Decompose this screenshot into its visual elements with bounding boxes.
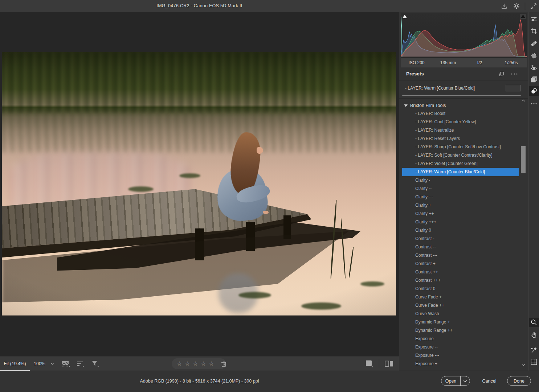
preset-amount-slider[interactable] [402, 95, 521, 96]
panels-icon[interactable] [529, 75, 539, 84]
canvas-toolbar: Fit (19.4%) 100% [0, 356, 399, 371]
filter-icon[interactable] [91, 360, 99, 367]
preset-item[interactable]: Dynamic Range ++ [402, 326, 519, 335]
star-icon[interactable] [185, 361, 191, 367]
cancel-button-label: Cancel [482, 379, 497, 384]
preset-item[interactable]: - LAYER: Soft [Counter Contrast/Clarity] [402, 151, 519, 160]
preview-mode-icon[interactable] [365, 360, 374, 368]
titlebar-icons [500, 0, 538, 12]
save-image-icon[interactable] [500, 2, 508, 10]
presets-more-options-icon[interactable] [511, 73, 518, 75]
zoom-tool-icon[interactable] [529, 318, 539, 327]
open-dropdown-icon[interactable] [461, 380, 470, 383]
preset-item[interactable]: Clarity +++ [402, 218, 519, 226]
preset-item[interactable]: Exposure -- [402, 343, 519, 351]
group-collapse-triangle-icon [404, 104, 408, 107]
canvas-toolbar-icons [61, 356, 99, 371]
preset-item[interactable]: - LAYER: Reset Layers [402, 135, 519, 143]
preset-item[interactable]: Curve Fade + [402, 293, 519, 301]
preset-item[interactable]: - LAYER: Boost [402, 110, 519, 118]
mask-icon[interactable] [529, 51, 539, 61]
preset-item[interactable]: Exposure + [402, 360, 519, 368]
preset-item[interactable]: Exposure --- [402, 351, 519, 360]
titlebar: IMG_0476.CR2 - Canon EOS 5D Mark II [0, 0, 539, 12]
heal-bandaid-icon[interactable] [529, 39, 539, 48]
star-icon[interactable] [193, 361, 199, 367]
scroll-up-icon[interactable] [521, 99, 526, 104]
hand-tool-icon[interactable] [529, 330, 539, 340]
histogram [401, 13, 527, 58]
preset-item[interactable]: Clarity -- [402, 185, 519, 193]
preset-item[interactable]: Contrast --- [402, 251, 519, 260]
rail-more-icon[interactable] [529, 99, 539, 108]
preset-item[interactable]: Clarity + [402, 201, 519, 210]
preset-item[interactable]: Contrast - [402, 235, 519, 243]
preset-item[interactable]: Contrast + [402, 260, 519, 268]
white-balance-eyedropper-icon[interactable] [529, 345, 539, 355]
preset-item[interactable]: Contrast ++ [402, 268, 519, 276]
preset-item[interactable]: Contrast -- [402, 243, 519, 251]
preset-item[interactable]: Clarity ++ [402, 210, 519, 218]
zoom-options-icon[interactable] [61, 360, 70, 367]
preset-item[interactable]: Contrast 0 [402, 285, 519, 293]
histogram-svg [401, 15, 527, 57]
before-after-icon[interactable] [384, 360, 394, 367]
star-icon[interactable] [201, 361, 207, 367]
tool-rail [528, 12, 539, 371]
preset-item[interactable]: - LAYER: Neutralize [402, 126, 519, 135]
preset-list-scrollbar[interactable] [521, 146, 526, 173]
preset-group-label: Brixton Film Tools [410, 103, 446, 108]
preset-item[interactable]: Clarity --- [402, 193, 519, 201]
preset-item[interactable]: Clarity 0 [402, 226, 519, 235]
new-preset-icon[interactable] [499, 71, 505, 77]
fullscreen-toggle-icon[interactable] [530, 2, 538, 10]
red-eye-icon[interactable] [529, 63, 539, 73]
presets-header-icons [499, 71, 518, 77]
preset-item[interactable]: - LAYER: Violet [Counter Green] [402, 160, 519, 168]
preset-group-brixton-film-tools[interactable]: Brixton Film Tools [402, 102, 519, 110]
zoom-fit-button[interactable]: Fit (19.4%) [0, 356, 30, 371]
star-icon[interactable] [209, 361, 215, 367]
star-icon[interactable] [177, 361, 183, 367]
aperture-value: f/2 [464, 60, 495, 65]
preset-item[interactable]: Curve Wash [402, 310, 519, 318]
zoom-level-dropdown-icon[interactable] [50, 362, 54, 366]
preset-item[interactable]: Exposure - [402, 335, 519, 343]
preferences-gear-icon[interactable] [513, 2, 520, 10]
bottom-bar: Adobe RGB (1998) - 8 bit - 5616 x 3744 (… [0, 371, 539, 392]
preset-item[interactable]: Dynamic Range + [402, 318, 519, 326]
preset-item[interactable]: - LAYER: Cool [Counter Yellow] [402, 118, 519, 126]
open-button-label: Open [441, 379, 460, 384]
done-button[interactable]: Done [507, 376, 531, 386]
adjust-sliders-icon[interactable] [529, 14, 539, 24]
photo-vignette [2, 52, 396, 315]
done-button-label: Done [514, 379, 524, 384]
grid-overlay-icon[interactable] [529, 357, 539, 367]
delete-trash-icon[interactable] [221, 361, 226, 367]
highlight-clipping-icon[interactable] [520, 14, 526, 19]
crop-icon[interactable] [529, 26, 539, 36]
preset-item-selected[interactable]: - LAYER: Warm [Counter Blue/Cold] [402, 168, 519, 176]
iso-value: ISO 200 [401, 60, 432, 65]
edit-panel: ISO 200 135 mm f/2 1/250s Presets - LAYE… [399, 12, 528, 371]
scroll-down-icon[interactable] [521, 364, 526, 368]
zoom-fit-label: Fit (19.4%) [4, 361, 26, 366]
workflow-options-link[interactable]: Adobe RGB (1998) - 8 bit - 5616 x 3744 (… [0, 371, 399, 392]
window-title: IMG_0476.CR2 - Canon EOS 5D Mark II [0, 0, 399, 12]
cancel-button[interactable]: Cancel [478, 376, 500, 386]
preset-item[interactable]: Curve Fade ++ [402, 301, 519, 310]
preview-controls [365, 356, 394, 371]
preset-amount-input[interactable] [506, 85, 521, 91]
presets-panel-title: Presets [406, 71, 424, 77]
zoom-100-label: 100% [34, 361, 45, 366]
preset-item[interactable]: - LAYER: Sharp [Counter Soft/Low Contras… [402, 143, 519, 151]
presets-tool-icon[interactable] [529, 86, 539, 96]
sort-order-icon[interactable] [76, 360, 85, 367]
zoom-100-button[interactable]: 100% [31, 356, 48, 371]
photo-preview[interactable] [2, 52, 396, 315]
open-button[interactable]: Open [441, 376, 470, 386]
preset-item[interactable]: Contrast +++ [402, 276, 519, 285]
preset-item[interactable]: Clarity - [402, 176, 519, 185]
titlebar-divider [525, 3, 525, 10]
shadow-clipping-icon[interactable] [401, 14, 408, 19]
